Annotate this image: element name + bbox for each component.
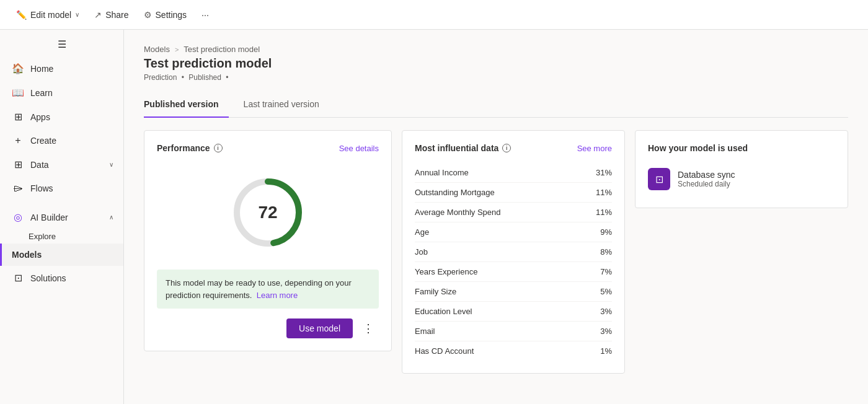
more-button[interactable]: ··· [195,6,215,24]
data-row: Job8% [415,242,612,262]
share-button[interactable]: ↗ Share [88,6,135,24]
sidebar-item-apps[interactable]: ⊞ Apps [0,105,123,129]
usage-db-icon: ⊡ [648,168,670,190]
settings-button[interactable]: ⚙ Settings [138,6,193,24]
usage-card-header: How your model is used [648,143,835,153]
main-layout: ☰ 🏠 Home 📖 Learn ⊞ Apps + Create ⊞ Data … [0,30,868,404]
data-row: Age9% [415,222,612,242]
page-subtitle: Prediction • Published • [144,73,848,82]
breadcrumb-current: Test prediction model [184,45,260,54]
data-row: Outstanding Mortgage11% [415,183,612,203]
usage-item-name: Database sync [678,170,735,180]
create-icon: + [12,135,24,146]
breadcrumb-separator: > [175,46,179,53]
performance-title: Performance i [157,143,223,153]
apps-icon: ⊞ [12,111,24,123]
sidebar-item-models[interactable]: Models [0,244,123,266]
more-options-button[interactable]: ⋮ [358,319,379,338]
learn-more-link[interactable]: Learn more [257,291,298,300]
main-content: Models > Test prediction model Test pred… [124,30,868,404]
ai-builder-chevron-icon: ∧ [109,214,113,221]
sidebar-item-data[interactable]: ⊞ Data ∨ [0,152,123,177]
use-model-row: Use model ⋮ [157,318,379,338]
data-row: Years Experience7% [415,262,612,282]
usage-item: ⊡ Database sync Scheduled daily [648,163,835,195]
data-row: Family Size5% [415,282,612,302]
settings-icon: ⚙ [144,10,152,20]
learn-icon: 📖 [12,87,24,99]
data-row: Education Level3% [415,302,612,322]
usage-item-schedule: Scheduled daily [678,180,735,188]
sidebar: ☰ 🏠 Home 📖 Learn ⊞ Apps + Create ⊞ Data … [0,30,124,404]
performance-card: Performance i See details 72 [144,130,392,351]
breadcrumb: Models > Test prediction model [144,45,848,54]
performance-info-box: This model may be ready to use, dependin… [157,270,379,309]
usage-card: How your model is used ⊡ Database sync S… [635,130,848,208]
see-more-link[interactable]: See more [577,144,612,153]
performance-card-header: Performance i See details [157,143,379,153]
sidebar-item-solutions[interactable]: ⊡ Solutions [0,266,123,290]
tab-published-version[interactable]: Published version [144,94,229,118]
cards-row: Performance i See details 72 [144,130,848,374]
solutions-icon: ⊡ [12,272,24,284]
donut-value: 72 [258,203,277,222]
influential-title: Most influential data i [415,143,511,153]
use-model-button[interactable]: Use model [286,318,353,338]
donut-chart: 72 [231,175,305,250]
data-row: Email3% [415,322,612,341]
flows-icon: ⌲ [12,183,24,194]
page-title: Test prediction model [144,56,848,71]
data-icon: ⊞ [12,159,24,170]
data-chevron-icon: ∨ [109,161,113,168]
data-row: Has CD Account1% [415,341,612,361]
influential-card-header: Most influential data i See more [415,143,612,153]
ai-builder-icon: ◎ [12,211,24,223]
influential-data-card: Most influential data i See more Annual … [402,130,625,374]
breadcrumb-parent[interactable]: Models [144,45,170,54]
edit-chevron-icon: ∨ [75,11,79,18]
sidebar-item-learn[interactable]: 📖 Learn [0,81,123,105]
sidebar-item-create[interactable]: + Create [0,129,123,152]
share-icon: ↗ [94,10,102,20]
edit-model-button[interactable]: ✏️ Edit model ∨ [10,6,86,24]
tab-last-trained-version[interactable]: Last trained version [244,94,329,118]
influential-data-list: Annual Income31%Outstanding Mortgage11%A… [415,163,612,361]
see-details-link[interactable]: See details [339,144,379,153]
influential-info-icon[interactable]: i [502,144,511,152]
sidebar-item-home[interactable]: 🏠 Home [0,56,123,81]
toolbar: ✏️ Edit model ∨ ↗ Share ⚙ Settings ··· [0,0,868,30]
performance-info-icon[interactable]: i [214,144,223,152]
hamburger-button[interactable]: ☰ [0,32,123,56]
donut-container: 72 [157,163,379,270]
sidebar-sub-explore[interactable]: Explore [0,229,123,244]
data-row: Average Monthly Spend11% [415,203,612,222]
data-row: Annual Income31% [415,163,612,183]
tabs: Published version Last trained version [144,94,848,118]
home-icon: 🏠 [12,63,24,74]
edit-icon: ✏️ [16,10,27,20]
sidebar-item-flows[interactable]: ⌲ Flows [0,177,123,200]
sidebar-item-ai-builder[interactable]: ◎ AI Builder ∧ [0,205,123,229]
usage-title: How your model is used [648,143,748,153]
